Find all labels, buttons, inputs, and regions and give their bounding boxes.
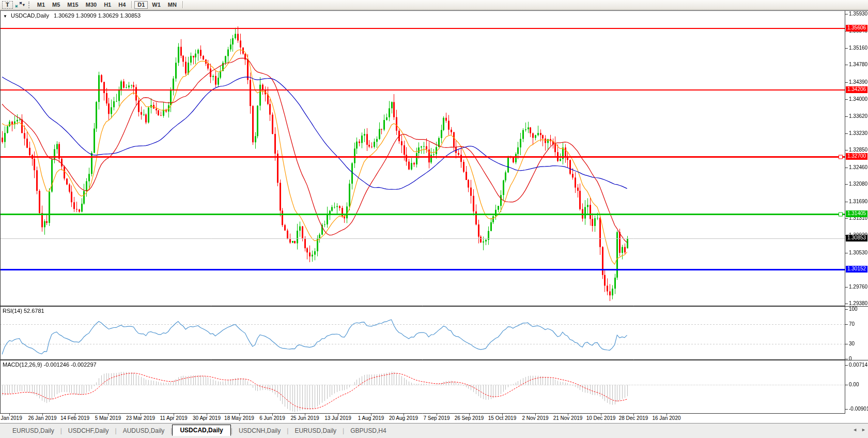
price-tag-level: 1.34206 — [846, 86, 867, 93]
tab-audusd-daily[interactable]: AUDUSD,Daily — [117, 426, 171, 436]
price-tag-level: 1.32700 — [846, 153, 867, 160]
date-label: 14 Feb 2019 — [60, 415, 89, 421]
date-label: 7 Sep 2019 — [423, 415, 450, 421]
timeframe-button-m1[interactable]: M1 — [34, 1, 48, 9]
toolbar-separator — [182, 1, 183, 8]
rsi-panel-canvas[interactable] — [0, 306, 868, 360]
rsi-tick-label: 70 — [849, 321, 855, 327]
date-label: 20 Aug 2019 — [389, 415, 418, 421]
arrows-tool-button[interactable]: ▾ — [14, 1, 26, 9]
tabs-scroll-left-button[interactable]: ◄ — [853, 427, 857, 432]
macd-tick-label: 0.00714 — [849, 362, 867, 368]
date-label: 28 Dec 2019 — [619, 415, 648, 421]
price-tick-label: 1.34780 — [849, 62, 867, 67]
macd-panel-canvas[interactable] — [0, 360, 868, 414]
date-label: 21 Nov 2019 — [553, 415, 583, 421]
chart-header: ▼ USDCAD,Daily 1.30629 1.30909 1.30629 1… — [3, 12, 141, 19]
tab-gbpusd-h4[interactable]: GBPUSD,H4 — [344, 426, 392, 436]
macd-tick-label: 0.00 — [849, 382, 859, 387]
tab-eurusd-daily[interactable]: EURUSD,Daily — [6, 426, 60, 436]
price-tick-label: 1.32460 — [849, 164, 867, 170]
tabs-scroll-right-button[interactable]: ► — [861, 427, 866, 432]
tab-scroll-controls: ◄ ► — [853, 427, 866, 432]
rsi-tick-label: 0 — [849, 356, 852, 361]
date-label: 18 May 2019 — [224, 415, 254, 421]
timeframe-button-h1[interactable]: H1 — [101, 1, 114, 9]
date-label: 25 Jun 2019 — [290, 415, 319, 421]
rsi-tick-label: 100 — [849, 306, 858, 312]
timeframe-button-m15[interactable]: M15 — [64, 1, 81, 9]
main-chart-canvas[interactable] — [0, 10, 868, 306]
price-tick-label: 1.32080 — [849, 181, 867, 187]
chevron-down-icon: ▾ — [23, 3, 25, 7]
price-tick-label: 1.33620 — [849, 113, 867, 119]
date-label: 26 Jan 2019 — [28, 415, 56, 421]
tabs: EURUSD,Daily|USDCHF,Daily|AUDUSD,Daily|U… — [6, 426, 393, 436]
date-label: 8 Jan 2019 — [0, 415, 22, 421]
price-tick-label: 1.35160 — [849, 45, 867, 51]
macd-tick-label: -0.009015 — [849, 406, 868, 412]
date-label: 5 Mar 2019 — [95, 415, 121, 421]
tab-usdcad-daily[interactable]: USDCAD,Daily — [172, 425, 230, 436]
current-price-tag: 1.30853 — [846, 235, 867, 241]
macd-label: MACD(12,26,9) -0.001246 -0.002297 — [3, 361, 97, 368]
rsi-tick-label: 30 — [849, 341, 855, 346]
date-label: 26 Sep 2019 — [455, 415, 484, 421]
toolbar-separator — [131, 1, 132, 8]
price-tick-label: 1.31690 — [849, 199, 867, 204]
symbol-collapse-icon[interactable]: ▼ — [3, 14, 7, 19]
price-tick-label: 1.29760 — [849, 284, 867, 290]
timeframe-button-m30[interactable]: M30 — [83, 1, 100, 9]
date-label: 13 Jul 2019 — [324, 415, 351, 421]
price-tag-level: 1.35606 — [846, 25, 867, 32]
price-tick-label: 1.34000 — [849, 96, 867, 102]
tab-eurusd-daily[interactable]: EURUSD,Daily — [288, 426, 343, 436]
price-tick-label: 1.33230 — [849, 130, 867, 136]
timeframe-button-h4[interactable]: H4 — [115, 1, 129, 9]
mt4-window: T ▾ M1M5M15M30H1H4D1W1MN ▼ USDCAD,Daily … — [0, 0, 868, 438]
timeframe-group: M1M5M15M30H1H4D1W1MN — [34, 1, 185, 9]
tab-usdchf-daily[interactable]: USDCHF,Daily — [62, 426, 115, 436]
tab-usdcnh-daily[interactable]: USDCNH,Daily — [233, 426, 287, 436]
rsi-label: RSI(14) 52.6781 — [3, 308, 44, 314]
date-label: 6 Jun 2019 — [259, 415, 285, 421]
symbol-label: USDCAD,Daily — [11, 12, 49, 19]
date-label: 1 Aug 2019 — [358, 415, 384, 421]
date-label: 15 Oct 2019 — [488, 415, 516, 421]
toolbar-grip[interactable] — [28, 2, 32, 8]
date-label: 10 Dec 2019 — [586, 415, 616, 421]
chart-tab-bar: EURUSD,Daily|USDCHF,Daily|AUDUSD,Daily|U… — [0, 423, 868, 438]
timeframe-button-m5[interactable]: M5 — [49, 1, 63, 9]
date-label: 23 Mar 2019 — [126, 415, 155, 421]
ohlc-values: 1.30629 1.30909 1.30629 1.30853 — [54, 12, 141, 19]
timeframe-button-w1[interactable]: W1 — [149, 1, 164, 9]
date-label: 30 Apr 2019 — [193, 415, 221, 421]
price-tick-label: 1.29380 — [849, 300, 867, 306]
price-tick-label: 1.30530 — [849, 250, 867, 255]
arrows-icon — [15, 2, 22, 8]
toolbar: T ▾ M1M5M15M30H1H4D1W1MN — [0, 0, 868, 10]
text-tool-button[interactable]: T — [2, 1, 13, 9]
timeframe-button-mn[interactable]: MN — [165, 1, 180, 9]
price-tick-label: 1.32850 — [849, 147, 867, 153]
date-label: 16 Jan 2020 — [652, 415, 680, 421]
price-tick-label: 1.35930 — [849, 11, 867, 17]
date-label: 2 Nov 2019 — [522, 415, 548, 421]
timeframe-button-d1[interactable]: D1 — [134, 1, 148, 9]
price-tag-level: 1.30152 — [846, 266, 867, 273]
date-label: 11 Apr 2019 — [160, 415, 187, 421]
price-tick-label: 1.34390 — [849, 79, 867, 85]
price-tag-level: 1.31405 — [846, 210, 867, 217]
